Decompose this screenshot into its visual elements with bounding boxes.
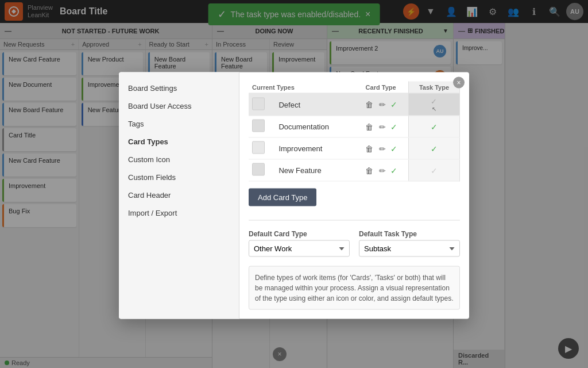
sidebar-item-custom-icon[interactable]: Custom Icon [119,151,239,168]
improvement-card-type-actions: 🗑 ✏ ✓ [353,137,408,159]
cursor-indicator: ↖ [412,106,456,112]
default-task-type-field: Default Task Type Subtask Defect Documen… [359,230,460,257]
improvement-task-check: ✓ [431,144,438,153]
improvement-task-type: ✓ [408,137,459,159]
sidebar-item-board-settings[interactable]: Board Settings [119,79,239,97]
documentation-card-check: ✓ [390,122,397,131]
modal-content: × Current Types Card Type Task Type Defe… [239,72,469,319]
new-feature-name: New Feature [275,159,353,181]
new-feature-edit-btn[interactable]: ✏ [378,164,387,176]
documentation-name: Documentation [275,116,353,137]
documentation-task-type: ✓ [408,116,459,137]
add-card-type-button[interactable]: Add Card Type [249,189,316,206]
defect-card-type-actions: 🗑 ✏ ✓ [353,93,408,116]
default-task-type-select[interactable]: Subtask Defect Documentation Improvement [359,240,460,257]
new-feature-task-check: ✓ [431,166,438,175]
new-feature-delete-btn[interactable]: 🗑 [364,164,374,176]
defect-delete-btn[interactable]: 🗑 [364,99,374,110]
improvement-delete-btn[interactable]: 🗑 [364,143,374,154]
sidebar-item-custom-fields[interactable]: Custom Fields [119,168,239,186]
new-feature-card-type-actions: 🗑 ✏ ✓ [353,159,408,181]
table-row-new-feature: New Feature 🗑 ✏ ✓ ✓ [249,159,460,181]
new-feature-card-check: ✓ [390,166,397,175]
default-card-type-field: Default Card Type Other Work Defect Docu… [249,230,350,257]
col-header-current-types: Current Types [249,82,353,94]
default-task-type-label: Default Task Type [359,230,460,238]
col-header-card-type: Card Type [353,82,408,94]
description-box: Define types of work items (for 'Cards',… [249,266,460,310]
sidebar-item-card-header[interactable]: Card Header [119,186,239,204]
documentation-task-check: ✓ [431,122,438,131]
table-row-documentation: Documentation 🗑 ✏ ✓ ✓ [249,116,460,137]
improvement-name: Improvement [275,137,353,159]
defect-task-check: ✓ [431,97,437,106]
sidebar-item-tags[interactable]: Tags [119,115,239,133]
modal-close-btn[interactable]: × [453,77,465,89]
col-header-task-type: Task Type [408,82,459,94]
improvement-card-check: ✓ [390,144,397,153]
documentation-delete-btn[interactable]: 🗑 [364,121,374,132]
default-card-type-label: Default Card Type [249,230,350,238]
default-card-type-select[interactable]: Other Work Defect Documentation Improvem… [249,240,350,257]
improvement-edit-btn[interactable]: ✏ [378,143,387,154]
defaults-row: Default Card Type Other Work Defect Docu… [249,230,460,257]
documentation-color [249,116,275,137]
documentation-edit-btn[interactable]: ✏ [378,121,387,132]
new-feature-task-type: ✓ [408,159,459,181]
defect-name: Defect [275,93,353,116]
defect-task-type: ✓ ↖ [408,93,459,116]
documentation-card-type-actions: 🗑 ✏ ✓ [353,116,408,137]
sidebar-item-board-user-access[interactable]: Board User Access [119,97,239,115]
sidebar-item-card-types[interactable]: Card Types [119,133,239,151]
divider [249,220,460,221]
table-row-improvement: Improvement 🗑 ✏ ✓ ✓ [249,137,460,159]
improvement-color [249,137,275,159]
card-types-table: Current Types Card Type Task Type Defect… [249,82,460,182]
new-feature-color [249,159,275,181]
modal-sidebar: Board Settings Board User Access Tags Ca… [119,72,239,319]
defect-edit-btn[interactable]: ✏ [378,99,387,110]
table-row-defect: Defect 🗑 ✏ ✓ ✓ ↖ [249,93,460,116]
sidebar-item-import-export[interactable]: Import / Export [119,204,239,222]
defect-card-check: ✓ [390,100,397,109]
modal: Board Settings Board User Access Tags Ca… [119,72,469,319]
defect-color [249,93,275,116]
